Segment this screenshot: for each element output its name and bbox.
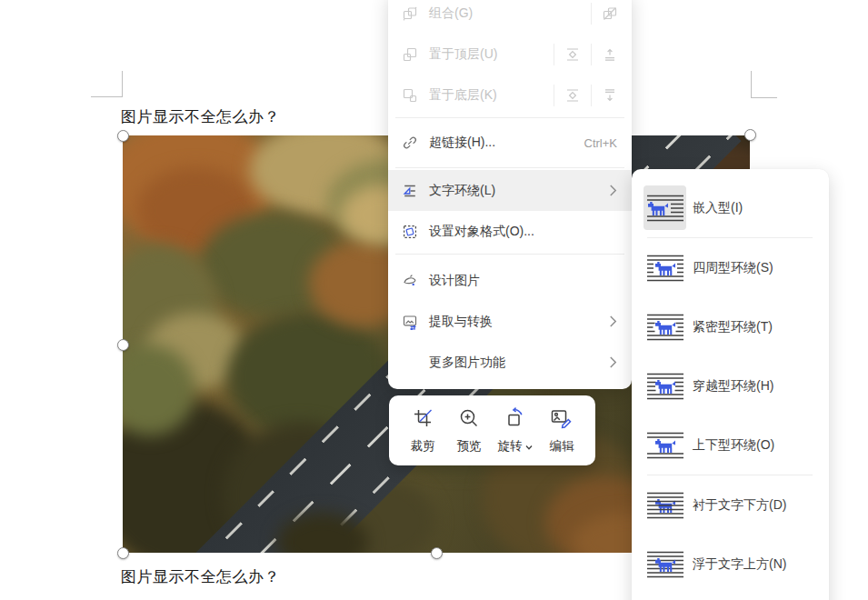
edit-picture-icon [550,406,574,434]
resize-handle-bottom-center[interactable] [431,547,443,559]
submenu-chevron-icon [609,315,617,327]
wrap-tight-icon [644,305,686,349]
resize-handle-mid-left[interactable] [117,339,129,351]
resize-handle-top-right[interactable] [744,129,756,141]
toolbar-button-label: 旋转 [498,438,523,455]
image-quick-toolbar: 裁剪 预览 旋转 [389,395,595,465]
toolbar-button-label: 裁剪 [411,438,435,455]
crop-icon [411,406,434,434]
wrap-option-label: 上下型环绕(O) [693,437,774,454]
wrap-option-label: 紧密型环绕(T) [693,319,773,335]
move-to-top-icon[interactable] [601,46,619,63]
page-margin-mark-top-left [91,96,123,97]
menu-separator [554,85,554,106]
menu-separator [591,85,592,106]
wrap-option-in-front-of-text[interactable]: 浮于文字上方(N) [632,535,829,594]
crop-button[interactable]: 裁剪 [400,406,445,455]
menu-item-text-wrap[interactable]: 文字环绕(L) [388,170,632,211]
menu-item-label: 设置对象格式(O)... [429,224,619,240]
menu-item-more-picture-functions[interactable]: 更多图片功能 [388,342,632,383]
design-picture-icon [401,273,419,289]
menu-item-send-to-back[interactable]: 置于底层(K) [388,75,632,115]
menu-divider [395,254,624,255]
submenu-chevron-icon [609,185,617,196]
page-margin-mark-top-right [751,71,752,98]
menu-item-label: 超链接(H)... [429,135,584,151]
wrap-option-through[interactable]: 穿越型环绕(H) [632,356,829,415]
menu-separator [591,44,592,65]
rotate-icon [504,406,527,434]
zoom-preview-icon [457,406,481,434]
menu-item-label: 组合(G) [429,5,582,22]
resize-handle-top-left[interactable] [117,130,129,142]
wrap-behind-text-icon [644,483,686,527]
wrap-option-label: 浮于文字上方(N) [693,556,786,573]
dropdown-caret-icon [524,440,534,454]
hyperlink-icon [401,135,419,151]
menu-item-design-picture[interactable]: 设计图片 [388,260,632,301]
resize-handle-bottom-left[interactable] [117,547,129,559]
rotate-button[interactable]: 旋转 [493,406,538,455]
menu-separator [554,44,554,65]
wrap-option-square[interactable]: 四周型环绕(S) [632,238,829,297]
wrap-option-behind-text[interactable]: 衬于文字下方(D) [632,475,829,535]
wrap-option-label: 穿越型环绕(H) [693,378,773,395]
text-wrap-submenu: 嵌入型(I) 四周型环绕(S) [632,169,829,600]
group-icon [401,5,419,22]
wrap-option-label: 四周型环绕(S) [693,260,773,276]
wrap-inline-icon [644,185,686,230]
wrap-option-inline[interactable]: 嵌入型(I) [632,178,829,237]
text-wrap-icon [401,183,419,199]
menu-item-label: 设计图片 [429,273,619,289]
shortcut-text: Ctrl+K [584,136,617,150]
page-margin-mark-top-right [751,97,777,98]
menu-divider [395,167,624,168]
menu-item-label: 置于顶层(U) [429,46,544,63]
wrap-in-front-icon [644,542,686,586]
menu-item-label: 提取与转换 [429,314,609,330]
wrap-option-tight[interactable]: 紧密型环绕(T) [632,297,829,356]
extract-convert-icon [401,314,419,330]
menu-item-extract-convert[interactable]: 提取与转换 [388,301,632,342]
edit-button[interactable]: 编辑 [539,406,584,455]
wrap-option-label: 衬于文字下方(D) [693,497,786,514]
wrap-top-bottom-icon [644,423,686,467]
menu-divider [395,117,624,118]
menu-item-label: 更多图片功能 [429,355,609,371]
format-object-icon [401,224,419,240]
menu-item-label: 置于底层(K) [429,87,544,104]
menu-separator [591,3,592,25]
page-margin-mark-top-left [122,71,123,97]
bring-forward-icon[interactable] [564,46,582,63]
menu-item-hyperlink[interactable]: 超链接(H)... Ctrl+K [388,120,632,165]
ungroup-icon[interactable] [601,5,619,22]
wrap-option-label: 嵌入型(I) [693,200,743,216]
wrap-through-icon [644,364,686,408]
document-heading-bottom: 图片显示不全怎么办？ [121,566,280,587]
submenu-chevron-icon [609,356,617,368]
menu-item-format-object[interactable]: 设置对象格式(O)... [388,211,632,252]
image-context-menu: 组合(G) 置于顶层(U) [388,0,632,389]
bring-to-front-icon [401,46,419,63]
toolbar-button-label: 预览 [457,438,482,455]
wrap-square-icon [644,245,686,290]
document-canvas: 图片显示不全怎么办？ 图片显示不全怎么办？ [0,0,868,600]
send-backward-icon[interactable] [564,87,582,104]
menu-item-label: 文字环绕(L) [429,183,609,199]
toolbar-button-label: 编辑 [550,438,574,455]
send-to-back-icon [401,87,419,104]
preview-button[interactable]: 预览 [446,406,492,455]
wrap-option-top-bottom[interactable]: 上下型环绕(O) [632,415,829,475]
document-heading-top: 图片显示不全怎么办？ [121,106,280,127]
menu-item-bring-to-front[interactable]: 置于顶层(U) [388,34,632,75]
menu-item-group[interactable]: 组合(G) [388,0,632,34]
move-to-bottom-icon[interactable] [601,87,619,104]
